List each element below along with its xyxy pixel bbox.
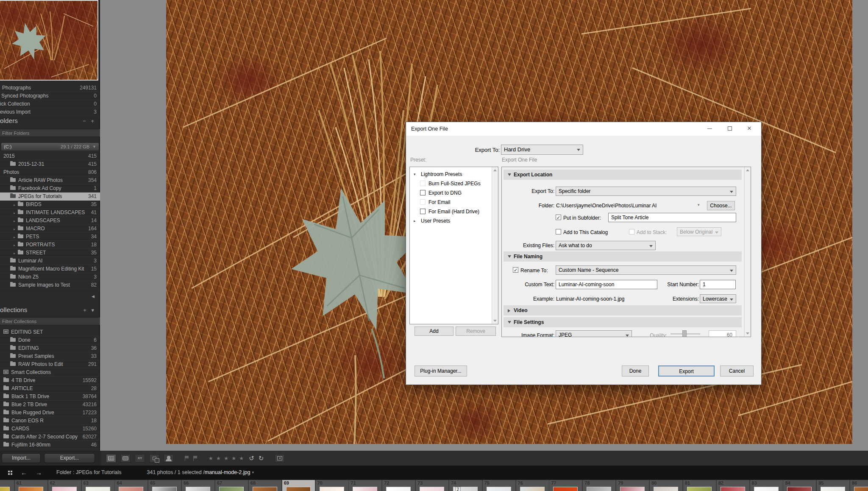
- folders-scroll-left-icon[interactable]: ◀: [92, 294, 95, 299]
- volume-bar[interactable]: (C:) 29.1 / 222 GB ▼: [1, 142, 99, 151]
- collection-row[interactable]: Preset Samples33: [0, 352, 100, 360]
- filmstrip-thumbnail[interactable]: 60: [0, 480, 14, 491]
- folder-row[interactable]: Sample Images to Test82: [0, 281, 100, 289]
- folder-row[interactable]: ▸LANDSCAPES14: [0, 217, 100, 225]
- folder-row[interactable]: Luminar AI3: [0, 257, 100, 265]
- image-format-select[interactable]: JPEG: [556, 330, 632, 337]
- folder-row[interactable]: Facebook Ad Copy1: [0, 184, 100, 192]
- navigator-preview[interactable]: [0, 0, 98, 81]
- filmstrip-thumbnail[interactable]: 71: [349, 480, 382, 491]
- people-view-icon[interactable]: [164, 454, 174, 463]
- survey-view-icon[interactable]: [149, 454, 159, 463]
- go-to-grid-icon[interactable]: [8, 470, 12, 475]
- section-file-settings[interactable]: File Settings: [504, 317, 742, 327]
- collection-row[interactable]: EDITING SET: [0, 328, 100, 336]
- folder-row[interactable]: 2015415: [0, 152, 100, 160]
- preset-item[interactable]: For Email (Hard Drive): [410, 207, 492, 216]
- close-icon[interactable]: ×: [740, 122, 759, 135]
- filmstrip-thumbnail[interactable]: 77: [549, 480, 582, 491]
- flag-reject-icon[interactable]: [193, 456, 198, 461]
- preset-group[interactable]: ▾Lightroom Presets: [410, 170, 492, 179]
- volume-caret-icon[interactable]: ▼: [92, 143, 96, 151]
- filmstrip-thumbnail[interactable]: 76: [516, 480, 549, 491]
- compare-view-icon[interactable]: XY: [135, 454, 145, 463]
- preset-checkbox[interactable]: [420, 190, 426, 195]
- filmstrip-thumbnail[interactable]: 61: [15, 480, 48, 491]
- filmstrip-thumbnail[interactable]: 80: [650, 480, 683, 491]
- export-to-select[interactable]: Hard Drive: [501, 145, 583, 155]
- collection-row[interactable]: Canon EOS R18: [0, 417, 100, 425]
- rotate-right-icon[interactable]: ↻: [259, 455, 264, 462]
- collections-header[interactable]: ollections + ▾: [0, 306, 100, 315]
- filmstrip-thumbnail[interactable]: 742: [449, 480, 482, 491]
- collection-row[interactable]: ARTICLE28: [0, 385, 100, 393]
- filmstrip-thumbnail[interactable]: 81: [683, 480, 716, 491]
- catalog-item[interactable]: Photographs249131: [0, 84, 100, 92]
- preset-checkbox[interactable]: [420, 199, 426, 205]
- rename-to-checkbox[interactable]: ✓: [513, 267, 518, 273]
- filmstrip-thumbnail[interactable]: 69: [282, 480, 315, 491]
- rating-stars[interactable]: ★ ★ ★ ★ ★: [209, 455, 245, 461]
- filmstrip-thumbnail[interactable]: 73: [416, 480, 449, 491]
- settings-scrollbar[interactable]: [744, 167, 751, 337]
- start-number-input[interactable]: 1: [700, 280, 736, 289]
- collection-row[interactable]: 4 TB Drive15592: [0, 377, 100, 385]
- preset-item[interactable]: Burn Full-Sized JPEGs: [410, 179, 492, 188]
- section-file-naming[interactable]: File Naming: [504, 251, 742, 262]
- remove-preset-button[interactable]: Remove: [456, 326, 496, 336]
- add-to-catalog-checkbox[interactable]: [556, 229, 561, 234]
- filter-folders-input[interactable]: Filter Folders: [0, 129, 100, 137]
- folder-row[interactable]: ▸MACRO164: [0, 225, 100, 233]
- quality-value-input[interactable]: 60: [709, 330, 736, 337]
- collection-row[interactable]: RAW Photos to Edit291: [0, 360, 100, 368]
- filmstrip-thumbnail[interactable]: 67: [215, 480, 248, 491]
- folder-recent-caret-icon[interactable]: ▾: [698, 203, 700, 207]
- location-export-to-select[interactable]: Specific folder: [556, 187, 736, 196]
- preset-checkbox[interactable]: [420, 209, 426, 214]
- back-arrow-icon[interactable]: ←: [21, 469, 27, 476]
- collections-add-icon[interactable]: + ▾: [83, 307, 96, 313]
- collection-row[interactable]: EDITING36: [0, 344, 100, 352]
- folder-row[interactable]: ▸INTIMATE LANDSCAPES41: [0, 209, 100, 217]
- filmstrip-thumbnail[interactable]: 78: [583, 480, 616, 491]
- section-video[interactable]: Video: [504, 305, 742, 315]
- filmstrip-source-caret-icon[interactable]: ▾: [252, 470, 254, 474]
- filmstrip-thumbnail[interactable]: 83: [750, 480, 783, 491]
- collection-row[interactable]: Black 1 TB Drive38764: [0, 393, 100, 401]
- custom-text-input[interactable]: Luminar-AI-coming-soon: [556, 280, 657, 289]
- folders-add-remove-icons[interactable]: − +: [83, 118, 96, 124]
- folder-row[interactable]: Photos806: [0, 168, 100, 176]
- filmstrip-thumbnail[interactable]: 62: [48, 480, 81, 491]
- filmstrip-thumbnail[interactable]: 84: [783, 480, 816, 491]
- filmstrip-thumbnail[interactable]: 79: [616, 480, 649, 491]
- folder-row[interactable]: ▸PORTRAITS18: [0, 241, 100, 249]
- rename-template-select[interactable]: Custom Name - Sequence: [556, 265, 736, 275]
- quality-slider[interactable]: [670, 333, 700, 335]
- filmstrip-thumbnail[interactable]: 85: [817, 480, 850, 491]
- folder-row[interactable]: 2015-12-31415: [0, 160, 100, 168]
- filmstrip-thumbnail[interactable]: 75: [483, 480, 516, 491]
- cancel-button[interactable]: Cancel: [720, 365, 754, 377]
- forward-arrow-icon[interactable]: →: [36, 469, 42, 476]
- filmstrip-thumbnail[interactable]: 86: [850, 480, 868, 491]
- done-button[interactable]: Done: [622, 365, 649, 377]
- collection-row[interactable]: Smart Collections: [0, 368, 100, 377]
- catalog-item[interactable]: evious Import3: [0, 108, 100, 116]
- section-export-location[interactable]: Export Location: [504, 170, 742, 180]
- collection-row[interactable]: Fujifilm 16-80mm46: [0, 441, 100, 449]
- preset-item[interactable]: For Email: [410, 198, 492, 207]
- status-folder-label[interactable]: Folder : JPEGs for Tutorials: [56, 469, 122, 475]
- folders-header[interactable]: olders − +: [0, 117, 100, 126]
- collection-row[interactable]: Cards After 2-7 Second Copy62027: [0, 433, 100, 441]
- preset-scrollbar[interactable]: [492, 167, 498, 324]
- stack-position-select[interactable]: Below Original: [677, 227, 721, 236]
- collection-row[interactable]: Blue Rugged Drive17223: [0, 409, 100, 417]
- folder-row[interactable]: Article RAW Photos354: [0, 176, 100, 184]
- catalog-item[interactable]: Synced Photographs0: [0, 92, 100, 100]
- folder-row[interactable]: ▸PETS34: [0, 233, 100, 241]
- folder-row[interactable]: Magnificent Macro Editing Kit15: [0, 265, 100, 273]
- loupe-view-icon[interactable]: [120, 454, 131, 463]
- preset-list[interactable]: ▾Lightroom PresetsBurn Full-Sized JPEGsE…: [409, 167, 498, 324]
- rotate-left-icon[interactable]: ↺: [249, 455, 254, 462]
- minimize-icon[interactable]: [700, 122, 719, 135]
